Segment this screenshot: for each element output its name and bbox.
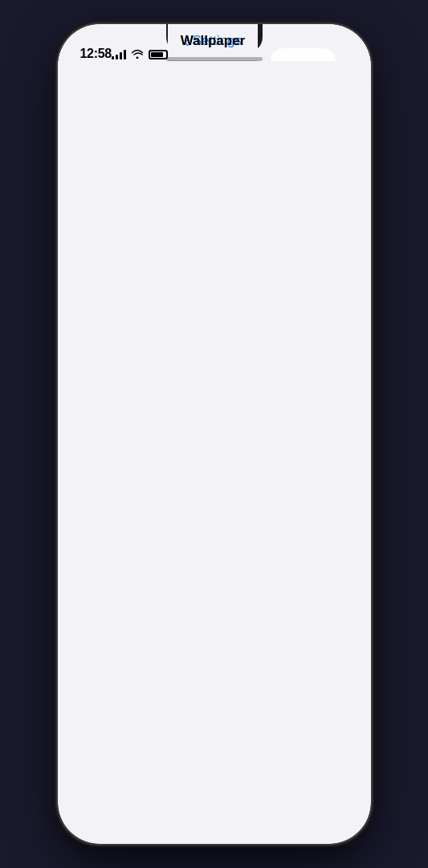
status-time: 12:58 — [80, 47, 112, 61]
home-indicator[interactable] — [166, 57, 263, 61]
nav-title: Wallpaper — [181, 33, 246, 49]
status-icons — [112, 48, 168, 61]
phone-frame: 12:58 ‹ Se — [58, 24, 371, 844]
main-content: CURRENT Tue Jan 9 丙戌年冬月せー 9:41 Customize — [258, 35, 348, 61]
battery-icon — [149, 50, 168, 59]
status-bar: 12:58 ‹ Se — [58, 24, 371, 68]
screen: 12:58 ‹ Se — [58, 24, 371, 844]
signal-bars-icon — [112, 50, 126, 59]
nav-bar: ‹ Settings Wallpaper — [168, 24, 258, 61]
wallpaper-card: CURRENT Tue Jan 9 丙戌年冬月せー 9:41 Customize — [271, 48, 335, 61]
wifi-icon — [131, 48, 144, 61]
